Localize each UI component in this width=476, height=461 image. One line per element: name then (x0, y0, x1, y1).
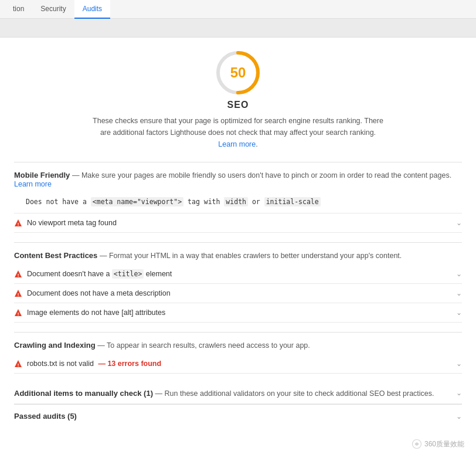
section-mobile-title: Mobile Friendly (14, 171, 70, 179)
audit-item-viewport[interactable]: ! No viewport meta tag found ⌄ (14, 213, 462, 233)
svg-text:!: ! (18, 292, 19, 297)
warn-icon: ! (14, 219, 22, 227)
sub-item-code: Does not have a <meta name="viewport"> t… (26, 198, 462, 206)
section-content-best-practices: Content Best Practices — Format your HTM… (14, 242, 462, 323)
watermark: 360质量效能 (412, 439, 464, 439)
section-mobile-friendly: Mobile Friendly — Make sure your pages a… (14, 162, 462, 233)
svg-text:!: ! (18, 273, 19, 278)
main-content: 50 SEO These checks ensure that your pag… (0, 38, 476, 439)
section-content-desc: — Format your HTML in a way that enables… (100, 252, 402, 260)
section-crawling-header: Crawling and Indexing — To appear in sea… (14, 341, 462, 350)
section-content-header: Content Best Practices — Format your HTM… (14, 251, 462, 260)
tab-audits[interactable]: Audits (74, 0, 110, 19)
audit-item-alt[interactable]: ! Image elements do not have [alt] attri… (14, 303, 462, 323)
audit-item-text-alt: Image elements do not have [alt] attribu… (27, 309, 165, 317)
additional-count: (1) (144, 389, 153, 398)
score-value: 50 (230, 65, 246, 81)
section-content-title: Content Best Practices (14, 251, 97, 260)
additional-items-row[interactable]: Additional items to manually check (1) —… (14, 383, 462, 404)
audit-item-text-title: Document doesn't have a <title> element (27, 270, 172, 278)
score-description: These checks ensure that your page is op… (91, 115, 385, 150)
warn-icon-alt: ! (14, 309, 22, 317)
score-label: SEO (227, 100, 249, 110)
section-mobile-header: Mobile Friendly — Make sure your pages a… (14, 171, 462, 188)
audit-item-title[interactable]: ! Document doesn't have a <title> elemen… (14, 265, 462, 284)
warn-icon-title: ! (14, 270, 22, 278)
mobile-learn-more-link[interactable]: Learn more (14, 180, 52, 188)
section-mobile-desc: — Make sure your pages are mobile friend… (14, 171, 451, 188)
chevron-icon-viewport: ⌄ (456, 219, 462, 227)
additional-title: Additional items to manually check (14, 389, 141, 398)
tab-tion[interactable]: tion (5, 0, 32, 19)
error-badge-robots: — 13 errors found (98, 360, 161, 368)
chevron-icon-meta: ⌄ (456, 289, 462, 297)
chevron-icon-passed: ⌄ (456, 412, 462, 421)
score-section: 50 SEO These checks ensure that your pag… (14, 49, 462, 150)
passed-audits-row[interactable]: Passed audits (5) ⌄ (14, 404, 462, 428)
watermark-text: 360质量效能 (424, 439, 464, 440)
audit-item-text-viewport: No viewport meta tag found (27, 219, 117, 227)
audit-item-text-robots: robots.txt is not valid — 13 errors foun… (27, 360, 161, 368)
section-crawling-desc: — To appear in search results, crawlers … (97, 341, 310, 350)
passed-audits-label: Passed audits (5) (14, 412, 77, 421)
audit-item-text-meta: Document does not have a meta descriptio… (27, 289, 171, 297)
svg-text:!: ! (18, 222, 19, 227)
warn-icon-robots: ! (14, 360, 22, 368)
svg-text:!: ! (18, 311, 19, 317)
warn-icon-meta: ! (14, 289, 22, 297)
tab-security[interactable]: Security (32, 0, 74, 19)
chevron-icon-title: ⌄ (456, 270, 462, 278)
toolbar-bar (0, 19, 476, 38)
chevron-icon-alt: ⌄ (456, 309, 462, 317)
watermark-icon (412, 439, 422, 439)
additional-desc: — Run these additional validators on you… (155, 389, 434, 398)
sub-item-viewport: Does not have a <meta name="viewport"> t… (14, 193, 462, 213)
audit-item-robots[interactable]: ! robots.txt is not valid — 13 errors fo… (14, 354, 462, 374)
section-crawling: Crawling and Indexing — To appear in sea… (14, 332, 462, 374)
chevron-icon-robots: ⌄ (456, 360, 462, 368)
tab-bar: tion Security Audits (0, 0, 476, 19)
chevron-icon-additional: ⌄ (456, 389, 462, 397)
audit-item-meta-desc[interactable]: ! Document does not have a meta descript… (14, 284, 462, 303)
score-circle: 50 (215, 49, 261, 96)
audit-item-left: ! No viewport meta tag found (14, 219, 456, 227)
svg-text:!: ! (18, 362, 19, 368)
score-learn-more-link[interactable]: Learn more (218, 140, 256, 148)
section-crawling-title: Crawling and Indexing (14, 341, 96, 350)
